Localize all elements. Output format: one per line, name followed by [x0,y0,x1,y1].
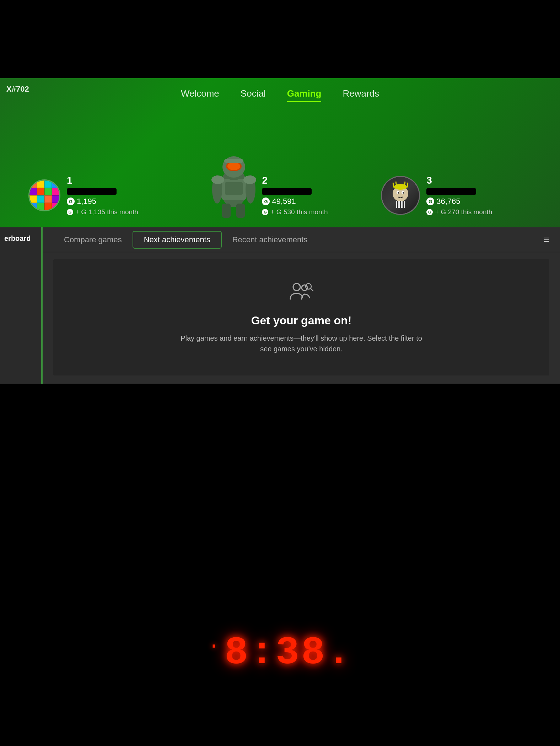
g-icon-2: G [262,198,270,205]
gamerscore-1: G 1,195 [67,197,138,206]
svg-point-10 [227,162,240,170]
nav-tabs: Welcome Social Gaming Rewards [28,78,532,102]
g-icon-3: G [426,198,434,205]
svg-point-24 [293,283,300,291]
player-slot-3: 3 G 36,765 G + G 270 this month [360,175,532,216]
clock-dot: · [208,631,220,658]
avatar-1 [28,179,60,211]
g-icon-monthly-3: G [426,209,433,215]
empty-state: Get your game on! Play games and earn ac… [53,259,549,375]
monthly-3: G + G 270 this month [426,208,492,216]
players-row: 1 G 1,195 G + G 1,135 this month [28,102,532,216]
player-info-2: 2 G 49,591 G + G 530 this month [262,175,328,216]
sub-nav: Compare games Next achievements Recent a… [43,227,560,252]
sub-tab-recent[interactable]: Recent achievements [222,232,318,248]
svg-rect-17 [400,201,401,208]
player-slot-1: 1 G 1,195 G + G 1,135 this month [28,175,179,216]
sidebar-strip: erboard [0,227,43,384]
svg-rect-2 [225,182,243,195]
player-info-3: 3 G 36,765 G + G 270 this month [426,175,492,216]
svg-point-13 [243,175,256,184]
svg-point-21 [398,192,399,194]
svg-rect-5 [222,204,231,218]
monthly-1: G + G 1,135 this month [67,208,138,216]
svg-line-27 [311,288,313,291]
svg-point-12 [211,175,224,184]
gamerscore-3: G 36,765 [426,197,492,206]
svg-point-22 [403,192,404,194]
clock-display: 8:38. [225,631,352,675]
content-area: Compare games Next achievements Recent a… [43,227,560,384]
header-band: X#702 Welcome Social Gaming Rewards [0,78,560,227]
svg-rect-11 [224,159,243,163]
svg-rect-18 [403,201,404,208]
sidebar-label: erboard [0,227,41,250]
tab-rewards[interactable]: Rewards [343,88,379,102]
sub-tab-next[interactable]: Next achievements [133,231,222,249]
avatar-beetlejuice [382,177,419,214]
player-name-bar-2 [262,188,312,195]
player-name-bar-1 [67,188,117,195]
player-rank-3: 3 [426,175,492,186]
player-name-bar-3 [426,188,476,195]
monthly-2: G + G 530 this month [262,208,328,216]
tab-gaming[interactable]: Gaming [287,88,322,102]
empty-state-title: Get your game on! [251,314,352,327]
sub-nav-filter[interactable]: ≡ [544,234,549,245]
sub-tab-compare[interactable]: Compare games [53,232,133,248]
filter-icon[interactable]: ≡ [544,234,549,245]
player-info-1: 1 G 1,195 G + G 1,135 this month [67,175,138,216]
tab-welcome[interactable]: Welcome [181,88,219,102]
svg-point-25 [302,285,307,291]
empty-state-icon [289,281,314,307]
gamerscore-2: G 49,591 [262,197,328,206]
tab-social[interactable]: Social [241,88,266,102]
gamertag-tag: X#702 [6,85,29,94]
clock-area: · 8:38. [208,631,352,675]
g-icon-monthly-2: G [262,209,268,215]
player-rank-1: 1 [67,175,138,186]
player-slot-2: 2 G 49,591 G + G 530 this month [179,148,360,216]
svg-rect-6 [236,204,245,218]
empty-state-desc: Play games and earn achievements—they'll… [177,333,426,354]
svg-rect-16 [397,201,398,208]
screen: X#702 Welcome Social Gaming Rewards [0,78,560,384]
g-icon-1: G [67,198,75,205]
player-rank-2: 2 [262,175,328,186]
avatar-chief [211,148,257,220]
g-icon-monthly-1: G [67,209,73,215]
avatar-3 [381,176,420,215]
